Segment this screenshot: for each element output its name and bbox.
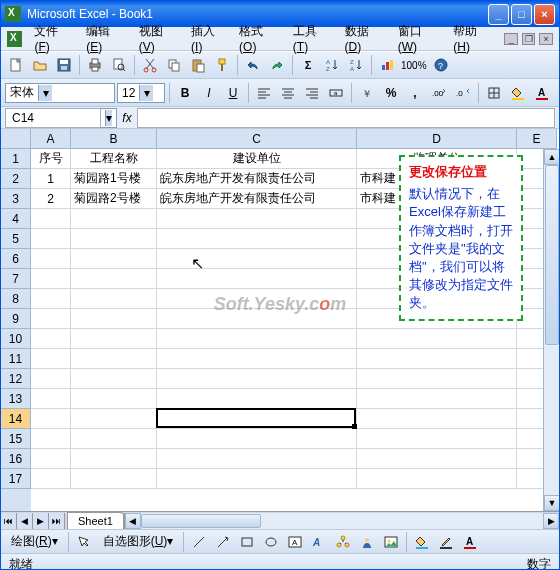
align-center-button[interactable]	[277, 82, 299, 104]
help-button[interactable]: ?	[430, 54, 452, 76]
menu-window[interactable]: 窗口(W)	[392, 21, 446, 56]
cell[interactable]: 建设单位	[157, 149, 357, 169]
cell[interactable]: 皖东房地产开发有限责任公司	[157, 169, 357, 189]
drawing-menu[interactable]: 绘图(R)▾	[5, 531, 64, 552]
cell[interactable]	[31, 349, 71, 369]
cell[interactable]	[31, 449, 71, 469]
column-header[interactable]: B	[71, 129, 157, 148]
menu-view[interactable]: 视图(V)	[133, 21, 183, 56]
comma-button[interactable]: ,	[404, 82, 426, 104]
font-color-button-2[interactable]: A	[459, 531, 481, 553]
undo-button[interactable]	[242, 54, 264, 76]
row-header[interactable]: 11	[1, 349, 31, 369]
sort-desc-button[interactable]: ZA	[345, 54, 367, 76]
redo-button[interactable]	[266, 54, 288, 76]
cell[interactable]	[157, 369, 357, 389]
workbook-icon[interactable]	[7, 31, 22, 47]
cell[interactable]	[357, 389, 517, 409]
cell[interactable]	[31, 309, 71, 329]
menu-insert[interactable]: 插入(I)	[185, 21, 231, 56]
font-size-combo[interactable]: 12▾	[117, 83, 165, 103]
column-header[interactable]: C	[157, 129, 357, 148]
mdi-restore-button[interactable]: ❐	[522, 33, 536, 45]
select-objects-button[interactable]	[73, 531, 95, 553]
cell[interactable]	[357, 329, 517, 349]
menu-help[interactable]: 帮助(H)	[447, 21, 498, 56]
menu-format[interactable]: 格式(O)	[233, 21, 285, 56]
chart-wizard-button[interactable]	[376, 54, 398, 76]
cell[interactable]	[31, 389, 71, 409]
cell[interactable]	[71, 449, 157, 469]
row-header[interactable]: 1	[1, 149, 31, 169]
autosum-button[interactable]: Σ	[297, 54, 319, 76]
cell[interactable]	[71, 349, 157, 369]
currency-button[interactable]: ￥	[356, 82, 378, 104]
increase-decimal-button[interactable]: .00	[428, 82, 450, 104]
mdi-close-button[interactable]: ×	[539, 33, 553, 45]
close-button[interactable]: ×	[534, 4, 555, 25]
cell[interactable]	[31, 369, 71, 389]
scroll-down-button[interactable]: ▼	[544, 495, 560, 511]
cell[interactable]	[157, 389, 357, 409]
cell[interactable]	[157, 269, 357, 289]
cell[interactable]	[31, 229, 71, 249]
cell[interactable]	[71, 249, 157, 269]
insert-wordart-button[interactable]: A	[308, 531, 330, 553]
cell[interactable]	[157, 329, 357, 349]
cell[interactable]	[71, 409, 157, 429]
cell[interactable]	[71, 329, 157, 349]
tab-next-button[interactable]: ▶	[33, 513, 49, 529]
row-header[interactable]: 7	[1, 269, 31, 289]
cell[interactable]	[157, 409, 357, 429]
cell[interactable]	[157, 429, 357, 449]
align-left-button[interactable]	[253, 82, 275, 104]
new-button[interactable]	[5, 54, 27, 76]
cell[interactable]	[71, 229, 157, 249]
percent-button[interactable]: %	[380, 82, 402, 104]
cell[interactable]	[357, 449, 517, 469]
copy-button[interactable]	[163, 54, 185, 76]
row-header[interactable]: 4	[1, 209, 31, 229]
cell[interactable]	[157, 249, 357, 269]
cell[interactable]	[71, 289, 157, 309]
cell[interactable]	[31, 469, 71, 489]
cut-button[interactable]	[139, 54, 161, 76]
cell[interactable]	[31, 249, 71, 269]
row-header[interactable]: 8	[1, 289, 31, 309]
cell[interactable]: 菊园路1号楼	[71, 169, 157, 189]
fill-color-button-2[interactable]	[411, 531, 433, 553]
open-button[interactable]	[29, 54, 51, 76]
cell[interactable]	[31, 289, 71, 309]
sheet-tab[interactable]: Sheet1	[67, 512, 124, 529]
cell[interactable]	[157, 229, 357, 249]
cell[interactable]	[71, 269, 157, 289]
cell[interactable]: 菊园路2号楼	[71, 189, 157, 209]
row-header[interactable]: 16	[1, 449, 31, 469]
font-color-button[interactable]: A	[531, 82, 553, 104]
italic-button[interactable]: I	[198, 82, 220, 104]
cell[interactable]	[157, 209, 357, 229]
autoshapes-menu[interactable]: 自选图形(U)▾	[97, 531, 180, 552]
oval-button[interactable]	[260, 531, 282, 553]
bold-button[interactable]: B	[174, 82, 196, 104]
cell[interactable]	[157, 349, 357, 369]
align-right-button[interactable]	[301, 82, 323, 104]
scroll-right-button[interactable]: ▶	[543, 513, 559, 529]
insert-picture-button[interactable]	[380, 531, 402, 553]
cell[interactable]: 1	[31, 169, 71, 189]
print-button[interactable]	[84, 54, 106, 76]
row-header[interactable]: 12	[1, 369, 31, 389]
column-header[interactable]: A	[31, 129, 71, 148]
cell[interactable]	[71, 429, 157, 449]
merge-center-button[interactable]: a	[325, 82, 347, 104]
column-header[interactable]: D	[357, 129, 517, 148]
name-box[interactable]: C14	[5, 108, 101, 128]
cell[interactable]: 皖东房地产开发有限责任公司	[157, 189, 357, 209]
row-header[interactable]: 15	[1, 429, 31, 449]
cell[interactable]	[157, 289, 357, 309]
menu-tools[interactable]: 工具(T)	[287, 21, 337, 56]
cell[interactable]	[357, 349, 517, 369]
cell[interactable]	[157, 469, 357, 489]
line-button[interactable]	[188, 531, 210, 553]
row-header[interactable]: 9	[1, 309, 31, 329]
